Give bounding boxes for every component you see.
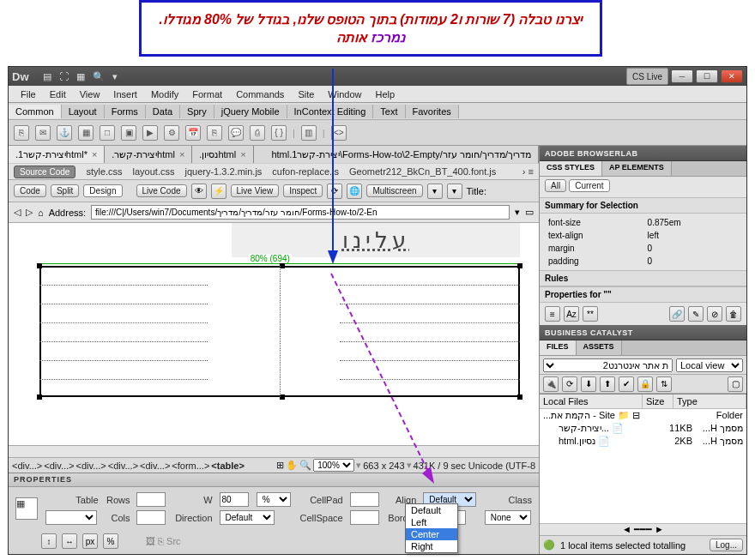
minimize-button[interactable]: ─ — [671, 69, 693, 83]
site-select[interactable]: ת אתר אינטרנט2 — [543, 358, 673, 372]
close-icon[interactable]: × — [240, 149, 245, 160]
convert-pct-icon[interactable]: % — [103, 533, 118, 549]
trash-icon[interactable]: 🗑 — [726, 306, 741, 322]
table-id-select[interactable] — [45, 510, 97, 525]
close-icon[interactable]: × — [179, 149, 184, 160]
list-icon[interactable]: Az — [564, 306, 579, 322]
expand-icon[interactable]: ⛶ — [59, 71, 69, 82]
design-canvas[interactable]: עלינו 80% (694) — [9, 223, 539, 457]
menu-help[interactable]: Help — [368, 89, 402, 99]
visual-aids-icon[interactable]: ▾ — [427, 184, 443, 199]
layout-icon[interactable]: ▤ — [43, 71, 51, 82]
w-input[interactable] — [220, 492, 249, 507]
css-styles-tab[interactable]: CSS STYLES — [540, 161, 602, 176]
file-row-site[interactable]: ⊟ 📁 Site - הקמת את...Folder — [540, 409, 746, 422]
related-file[interactable]: layout.css — [133, 166, 175, 177]
menu-format[interactable]: Format — [185, 89, 229, 99]
inspect-icon[interactable]: 👁 — [191, 184, 207, 199]
w-unit-select[interactable]: % — [257, 492, 291, 507]
file-row[interactable]: 📄 נסיון.html2KBמסמך H... — [540, 435, 746, 448]
livecode-button[interactable]: Live Code — [136, 184, 187, 197]
file-tree[interactable]: Local Files Size Type ⊟ 📁 Site - הקמת את… — [540, 394, 746, 523]
cellspace-input[interactable] — [350, 510, 379, 525]
align-option-right[interactable]: Right — [406, 540, 457, 552]
convert-px-icon[interactable]: px — [82, 533, 98, 549]
doc-tab-3[interactable]: .נסיוןhtml× — [192, 146, 253, 163]
code-view-button[interactable]: Code — [14, 184, 46, 197]
search-icon[interactable]: 🔍 — [93, 71, 105, 82]
align-option-left[interactable]: Left — [406, 516, 457, 528]
put-icon[interactable]: ⬆ — [600, 376, 615, 392]
disable-icon[interactable]: ⊘ — [707, 306, 722, 322]
assets-tab[interactable]: ASSETS — [577, 340, 622, 355]
log-button[interactable]: Log... — [710, 539, 743, 551]
direction-select[interactable]: Default — [220, 510, 275, 525]
doc-tab-2[interactable]: .יצירת-קשרhtml× — [105, 146, 192, 163]
properties-header[interactable]: PROPERTIES — [9, 473, 539, 487]
source-code-button[interactable]: Source Code — [14, 166, 76, 178]
cat-text[interactable]: Text — [373, 105, 405, 118]
horizontal-scrollbar[interactable] — [9, 445, 539, 457]
tag[interactable]: <div...> — [108, 461, 138, 471]
doc-tab-1[interactable]: .יצירת-קשר1html*× — [9, 146, 105, 163]
menu-modify[interactable]: Modify — [144, 89, 185, 99]
tag[interactable]: <div...> — [12, 461, 42, 471]
date-icon[interactable]: 📅 — [185, 125, 201, 141]
anchor-icon[interactable]: ⚓ — [57, 125, 72, 141]
table-icon[interactable]: ▦ — [78, 125, 94, 141]
clear-widths-icon[interactable]: ↔ — [62, 533, 77, 549]
selection-icon[interactable]: ⊞ — [276, 460, 284, 471]
related-file[interactable]: Geometr212_BkCn_BT_400.font.js — [349, 166, 496, 177]
cslive-button[interactable]: CS Live — [626, 68, 668, 85]
close-button[interactable]: ✕ — [721, 69, 743, 83]
nav-icons[interactable]: › ≡ — [522, 166, 534, 177]
tag[interactable]: <div...> — [140, 461, 170, 471]
menu-edit[interactable]: Edit — [43, 89, 73, 99]
maximize-button[interactable]: ☐ — [696, 69, 718, 83]
grid-icon[interactable]: ▦ — [76, 71, 85, 82]
browserlab-header[interactable]: ADOBE BROWSERLAB — [540, 146, 746, 161]
back-icon[interactable]: ◁ — [14, 207, 21, 218]
file-scrollbar[interactable]: ◄ ━━━ ► — [540, 523, 746, 535]
cat-layout[interactable]: Layout — [62, 105, 105, 118]
align-option-center[interactable]: Center — [406, 528, 457, 540]
tag[interactable]: <div...> — [76, 461, 106, 471]
address-input[interactable] — [91, 205, 510, 220]
menu-insert[interactable]: Insert — [106, 89, 144, 99]
ap-elements-tab[interactable]: AP ELEMENTS — [602, 161, 672, 176]
menu-file[interactable]: File — [14, 89, 43, 99]
cat-common[interactable]: Common — [9, 105, 62, 118]
script-icon[interactable]: { } — [271, 125, 287, 141]
related-file[interactable]: style.css — [86, 166, 122, 177]
live-icon[interactable]: ⚡ — [211, 184, 226, 199]
go-icon[interactable]: ▾ — [515, 207, 520, 218]
category-icon[interactable]: ≡ — [545, 306, 560, 322]
tag[interactable]: <form...> — [172, 461, 209, 471]
rows-input[interactable] — [136, 492, 166, 507]
clear-heights-icon[interactable]: ↕ — [41, 533, 57, 549]
email-icon[interactable]: ✉ — [35, 125, 51, 141]
get-icon[interactable]: ⬇ — [581, 376, 596, 392]
css-current-btn[interactable]: Current — [569, 179, 609, 192]
hand-icon[interactable]: ✋ — [286, 460, 298, 471]
cat-jquery[interactable]: jQuery Mobile — [214, 105, 287, 118]
tag[interactable]: <table> — [211, 461, 245, 471]
image-icon[interactable]: ▣ — [121, 125, 136, 141]
business-catalyst-header[interactable]: BUSINESS CATALYST — [540, 325, 746, 340]
cat-forms[interactable]: Forms — [105, 105, 146, 118]
new-icon[interactable]: ✎ — [688, 306, 704, 322]
close-icon[interactable]: × — [92, 149, 97, 160]
checkout-icon[interactable]: ✔ — [619, 376, 634, 392]
files-tab[interactable]: FILES — [540, 340, 577, 355]
tag[interactable]: <div...> — [44, 461, 74, 471]
src-icon-group[interactable]: 🖼 ⎘ Src — [146, 536, 181, 546]
cat-data[interactable]: Data — [146, 105, 180, 118]
templates-icon[interactable]: ▥ — [301, 125, 317, 141]
checkin-icon[interactable]: 🔒 — [637, 376, 653, 392]
cat-favorites[interactable]: Favorites — [406, 105, 459, 118]
inspect-button[interactable]: Inspect — [283, 184, 323, 197]
head-icon[interactable]: ⎙ — [250, 125, 265, 141]
refresh-icon[interactable]: ⟳ — [562, 376, 577, 392]
connect-icon[interactable]: 🔌 — [543, 376, 559, 392]
multiscreen-button[interactable]: Multiscreen — [366, 184, 422, 197]
